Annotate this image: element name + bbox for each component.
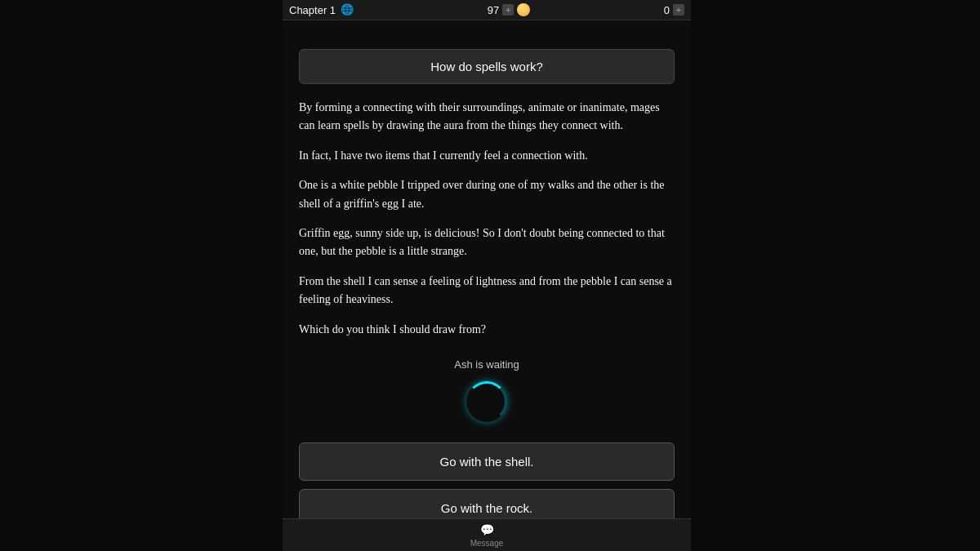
choice-shell-button[interactable]: Go with the shell. — [299, 442, 675, 481]
question-box: How do spells work? — [299, 49, 675, 84]
message-label: Message — [470, 539, 504, 548]
waiting-text: Ash is waiting — [454, 358, 519, 371]
gold-icon — [517, 3, 530, 16]
right-panel — [691, 0, 980, 551]
score-plus-icon[interactable]: + — [673, 4, 684, 16]
story-para-4: Griffin egg, sunny side up, is delicious… — [299, 224, 675, 261]
story-para-5: From the shell I can sense a feeling of … — [299, 273, 675, 309]
waiting-area: Ash is waiting — [299, 358, 675, 426]
spinner-ring — [466, 381, 507, 422]
story-para-1: By forming a connecting with their surro… — [299, 99, 675, 136]
globe-icon[interactable]: 🌐 — [341, 3, 354, 16]
left-panel — [0, 0, 283, 551]
bottom-bar[interactable]: 💬 Message — [283, 518, 691, 551]
mana-plus-icon[interactable]: + — [502, 4, 514, 16]
chapter-label: Chapter 1 — [289, 4, 336, 16]
mana-count: 97 — [488, 4, 499, 16]
story-para-6: Which do you think I should draw from? — [299, 321, 675, 339]
message-icon: 💬 — [480, 523, 494, 537]
content-area: How do spells work? By forming a connect… — [283, 20, 691, 551]
score-section: 0 + — [664, 4, 684, 16]
story-text: By forming a connecting with their surro… — [299, 99, 675, 350]
question-title: How do spells work? — [430, 60, 543, 73]
mana-section: 97 + — [488, 3, 530, 16]
story-para-2: In fact, I have two items that I current… — [299, 147, 675, 165]
chapter-section: Chapter 1 🌐 — [289, 3, 354, 16]
top-bar: Chapter 1 🌐 97 + 0 + — [283, 0, 691, 20]
score-count: 0 — [664, 4, 670, 16]
story-para-3: One is a white pebble I tripped over dur… — [299, 176, 675, 213]
spinner-container — [462, 377, 511, 426]
